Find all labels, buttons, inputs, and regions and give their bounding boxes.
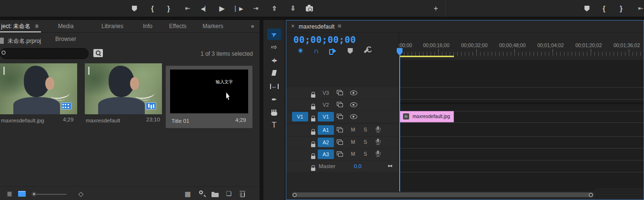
media-item-thumbnail[interactable]: [85, 63, 162, 114]
more-tabs-icon[interactable]: »: [248, 20, 257, 33]
selection-tool[interactable]: ➤: [267, 29, 281, 40]
new-item-button[interactable]: ❏: [224, 189, 233, 199]
search-bin-icon[interactable]: [93, 49, 103, 57]
fx-badge[interactable]: fx: [403, 113, 409, 120]
lock-track-button[interactable]: [311, 115, 315, 123]
zoom-slider-track[interactable]: [32, 194, 67, 195]
icon-view-button[interactable]: [18, 191, 26, 197]
sync-lock-icon[interactable]: [337, 151, 343, 157]
track-target-button[interactable]: A2: [318, 138, 334, 147]
voiceover-mic-icon[interactable]: [377, 139, 379, 142]
mute-button[interactable]: M: [350, 139, 356, 145]
lock-track-button[interactable]: [311, 164, 315, 173]
step-forward-button[interactable]: ▏▶: [234, 4, 244, 13]
panel-menu-icon[interactable]: ≡: [338, 22, 342, 30]
go-to-in-button-2[interactable]: ⇤: [636, 4, 644, 13]
search-input[interactable]: [0, 48, 89, 59]
track-target-button[interactable]: V2: [318, 100, 334, 110]
track-target-button[interactable]: V1: [318, 112, 334, 121]
close-tab-icon[interactable]: ×: [291, 22, 295, 30]
ripple-edit-tool[interactable]: ◂|▸: [267, 54, 281, 66]
panel-menu-icon[interactable]: ≡: [33, 20, 40, 33]
lock-track-button[interactable]: [311, 91, 315, 100]
zoom-handle-left[interactable]: [292, 193, 297, 197]
add-marker-icon[interactable]: [345, 46, 355, 56]
track-target-button[interactable]: A1: [318, 125, 334, 135]
media-item-thumbnail[interactable]: [0, 63, 77, 114]
delete-button[interactable]: [240, 192, 245, 197]
extract-button[interactable]: ⇩: [288, 4, 298, 13]
voiceover-mic-icon[interactable]: [377, 150, 379, 154]
track-target-button[interactable]: V3: [318, 88, 334, 98]
timeline-clip[interactable]: fx maxresdefault.jpg: [400, 111, 454, 122]
mark-out-button[interactable]: }: [164, 4, 173, 13]
linked-selection-icon[interactable]: [328, 46, 337, 56]
mark-in-button-2[interactable]: {: [599, 4, 609, 13]
timeline-settings-wrench-icon[interactable]: [362, 46, 371, 56]
track-output-eye-icon[interactable]: [350, 102, 357, 107]
tab-effects[interactable]: Effects: [169, 20, 186, 33]
add-marker-button-2[interactable]: [582, 4, 592, 13]
voiceover-mic-icon[interactable]: [377, 126, 379, 130]
lock-track-button[interactable]: [311, 103, 315, 111]
project-file-row[interactable]: 未命名.prproj: [0, 36, 260, 46]
sync-lock-icon[interactable]: [337, 114, 343, 119]
go-to-out-button[interactable]: ⇥: [251, 4, 261, 13]
lock-track-button[interactable]: [311, 152, 315, 161]
snap-toggle-icon[interactable]: ∩: [312, 46, 321, 56]
source-patch-v1[interactable]: V1: [292, 112, 308, 121]
add-button[interactable]: +: [431, 4, 441, 13]
media-item-selected[interactable]: 输入文字 Title 01 4;29: [166, 66, 252, 128]
track-select-forward-tool[interactable]: ⇨: [267, 41, 281, 53]
master-level-value[interactable]: 0.0: [354, 163, 362, 169]
media-item-name[interactable]: maxresdefault.jpg: [1, 118, 44, 123]
sync-lock-icon[interactable]: [337, 140, 343, 145]
mute-button[interactable]: M: [350, 151, 356, 157]
sort-icons-button[interactable]: ◇: [76, 189, 86, 199]
solo-button[interactable]: S: [362, 127, 369, 132]
tab-media-browser[interactable]: Media Browser: [49, 20, 82, 33]
lift-button[interactable]: ⇧: [270, 4, 279, 13]
add-marker-button[interactable]: [130, 4, 139, 13]
tab-markers[interactable]: Markers: [202, 20, 223, 33]
razor-tool[interactable]: [267, 67, 281, 79]
hand-tool[interactable]: [267, 107, 281, 118]
find-button[interactable]: [197, 189, 207, 199]
track-output-eye-icon[interactable]: [350, 114, 357, 119]
timeline-tab-label[interactable]: maxresdefault: [299, 23, 334, 30]
lock-track-button[interactable]: [311, 140, 315, 149]
sync-lock-icon[interactable]: [337, 127, 343, 132]
media-item-name[interactable]: maxresdefault: [86, 118, 120, 123]
work-area-bar[interactable]: [400, 56, 454, 57]
zoom-slider-knob[interactable]: [31, 191, 37, 197]
step-back-button[interactable]: ◀▏: [200, 4, 210, 13]
mute-button[interactable]: M: [350, 127, 356, 132]
automate-to-sequence-button[interactable]: ▦: [183, 189, 192, 199]
playhead-timecode[interactable]: 00;00;00;00: [293, 34, 356, 45]
zoom-handle-right[interactable]: [589, 193, 593, 197]
tab-info[interactable]: Info: [141, 20, 154, 33]
track-target-button[interactable]: A3: [318, 150, 334, 159]
list-view-button[interactable]: ≣: [5, 189, 14, 199]
tab-project[interactable]: ject: 未命名: [0, 20, 31, 33]
timeline-horizontal-scrollbar[interactable]: [292, 192, 594, 197]
solo-button[interactable]: S: [362, 139, 369, 145]
play-button[interactable]: ▶: [217, 4, 227, 13]
type-tool[interactable]: T: [267, 120, 281, 131]
solo-button[interactable]: S: [362, 151, 369, 157]
lock-track-button[interactable]: [311, 128, 315, 137]
pen-tool[interactable]: ✒: [267, 94, 281, 105]
mark-out-button-2[interactable]: }: [616, 4, 626, 13]
keyframe-nav-icon[interactable]: ▸◂: [388, 163, 391, 168]
slip-tool[interactable]: ↔: [267, 80, 281, 92]
media-item-name[interactable]: Title 01: [171, 118, 189, 124]
go-to-in-button[interactable]: ⇤: [183, 4, 192, 13]
mark-in-button[interactable]: {: [148, 4, 157, 13]
new-bin-button[interactable]: [211, 193, 219, 197]
sync-lock-icon[interactable]: [337, 90, 343, 95]
tab-libraries[interactable]: Libraries: [101, 20, 123, 33]
nest-toggle-icon[interactable]: ✳: [296, 46, 305, 56]
track-output-eye-icon[interactable]: [350, 90, 357, 95]
export-frame-button[interactable]: [306, 6, 313, 11]
sync-lock-icon[interactable]: [337, 102, 343, 107]
